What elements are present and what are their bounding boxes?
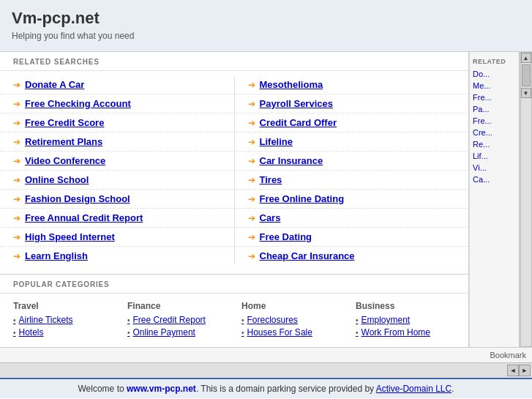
search-link[interactable]: Credit Card Offer [260,117,337,128]
footer-domain[interactable]: www.vm-pcp.net [127,384,196,394]
page-header: Vm-pcp.net Helping you find what you nee… [0,0,532,52]
search-link[interactable]: Video Conference [25,155,105,166]
arrow-icon: ➔ [248,80,255,90]
left-search-item: ➔Online School [0,171,234,190]
right-sidebar-link[interactable]: Fre... [473,93,516,102]
scroll-thumb[interactable] [522,64,531,86]
search-link[interactable]: Payroll Services [260,98,333,109]
search-link[interactable]: Free Annual Credit Report [25,212,143,223]
related-searches-header: RELATED SEARCHES [0,52,468,71]
right-sidebar-link[interactable]: Pa... [473,105,516,113]
left-search-item: ➔Video Conference [0,152,234,171]
bullet-icon: • [13,316,16,324]
search-link[interactable]: Mesothelioma [260,79,323,90]
arrow-icon: ➔ [13,99,20,109]
arrow-icon: ➔ [13,175,20,185]
search-link[interactable]: Car Insurance [260,155,323,166]
search-link[interactable]: Lifeline [260,136,293,147]
bullet-icon: • [356,316,359,324]
arrow-icon: ➔ [248,137,255,147]
scroll-down-button[interactable]: ▼ [521,88,531,98]
right-search-item: ➔Mesothelioma [235,75,469,94]
right-search-item: ➔Free Online Dating [235,190,469,209]
right-sidebar-link[interactable]: Vi... [473,163,516,172]
right-search-col: ➔Mesothelioma➔Payroll Services➔Credit Ca… [235,74,469,266]
category-heading: Home [241,301,341,311]
right-sidebar-link[interactable]: Do... [473,70,516,78]
search-link[interactable]: Free Dating [260,231,312,242]
bullet-icon: • [127,329,130,337]
category-col: Finance•Free Credit Report•Online Paymen… [127,301,227,340]
category-link[interactable]: •Free Credit Report [127,315,227,325]
right-sidebar-link[interactable]: Lif... [473,152,516,160]
right-sidebar: RELATED Do...Me...Fre...Pa...Fre...Cre..… [469,52,519,347]
arrow-icon: ➔ [13,213,20,223]
nav-right-button[interactable]: ► [519,365,531,376]
right-sidebar-link[interactable]: Cre... [473,128,516,137]
arrow-icon: ➔ [248,118,255,128]
category-heading: Business [356,301,455,311]
right-search-item: ➔Payroll Services [235,94,469,113]
search-link[interactable]: Learn English [25,250,88,261]
nav-left-button[interactable]: ◄ [507,365,519,376]
right-search-item: ➔Credit Card Offer [235,113,469,133]
arrow-icon: ➔ [13,251,20,261]
search-link[interactable]: Free Online Dating [260,193,345,204]
site-subtitle: Helping you find what you need [12,31,520,41]
site-title: Vm-pcp.net [12,9,520,28]
category-heading: Finance [127,301,227,311]
left-search-item: ➔Retirement Plans [0,133,234,152]
arrow-icon: ➔ [248,251,255,261]
right-sidebar-link[interactable]: Re... [473,140,516,149]
search-link[interactable]: High Speed Internet [25,231,115,242]
right-search-item: ➔Cheap Car Insurance [235,247,469,265]
category-link[interactable]: •Employment [356,315,455,325]
search-link[interactable]: Free Checking Account [25,98,131,109]
right-sidebar-link[interactable]: Me... [473,81,516,90]
categories-grid: Travel•Airline Tickets•HotelsFinance•Fre… [0,294,468,347]
arrow-icon: ➔ [13,156,20,166]
left-search-col: ➔Donate A Car➔Free Checking Account➔Free… [0,74,234,266]
category-link[interactable]: •Houses For Sale [241,327,341,338]
search-link[interactable]: Online School [25,174,89,185]
scroll-up-button[interactable]: ▲ [521,53,531,63]
search-link[interactable]: Retirement Plans [25,136,102,147]
arrow-icon: ➔ [248,99,255,109]
category-link[interactable]: •Online Payment [127,327,227,338]
right-sidebar-link[interactable]: Ca... [473,175,516,184]
right-sidebar-link[interactable]: Fre... [473,116,516,125]
category-link[interactable]: •Foreclosures [241,315,341,325]
left-search-item: ➔Free Credit Score [0,113,234,133]
footer-provider-link[interactable]: Active-Domain LLC [376,384,452,394]
right-search-item: ➔Tires [235,171,469,190]
bullet-icon: • [127,316,130,324]
bullet-icon: • [241,316,244,324]
search-link[interactable]: Cars [260,212,281,223]
search-link[interactable]: Tires [260,174,282,185]
search-links-grid: ➔Donate A Car➔Free Checking Account➔Free… [0,71,468,269]
category-link[interactable]: •Airline Tickets [13,315,113,325]
arrow-icon: ➔ [248,213,255,223]
search-link[interactable]: Fashion Design School [25,193,130,204]
search-link[interactable]: Donate A Car [25,79,84,90]
bullet-icon: • [356,329,359,337]
search-link[interactable]: Free Credit Score [25,117,104,128]
right-sidebar-links: Do...Me...Fre...Pa...Fre...Cre...Re...Li… [473,70,516,184]
arrow-icon: ➔ [13,118,20,128]
left-search-item: ➔Free Annual Credit Report [0,209,234,228]
right-search-item: ➔Lifeline [235,133,469,152]
left-search-item: ➔High Speed Internet [0,228,234,247]
bookmark-label: Bookmark [490,351,526,359]
search-link[interactable]: Cheap Car Insurance [260,250,355,261]
category-link[interactable]: •Hotels [13,327,113,338]
arrow-icon: ➔ [13,137,20,147]
right-search-item: ➔Cars [235,209,469,228]
bottom-nav-arrows: ◄ ► [0,362,532,378]
scrollbar-area: ▲ ▼ [519,52,532,347]
left-search-item: ➔Learn English [0,247,234,265]
footer-text-middle: . This is a domain parking service provi… [196,384,376,394]
right-sidebar-label: RELATED [473,58,516,65]
scrollbar-track: ▲ ▼ [520,52,532,347]
left-search-item: ➔Free Checking Account [0,94,234,113]
category-link[interactable]: •Work From Home [356,327,455,338]
